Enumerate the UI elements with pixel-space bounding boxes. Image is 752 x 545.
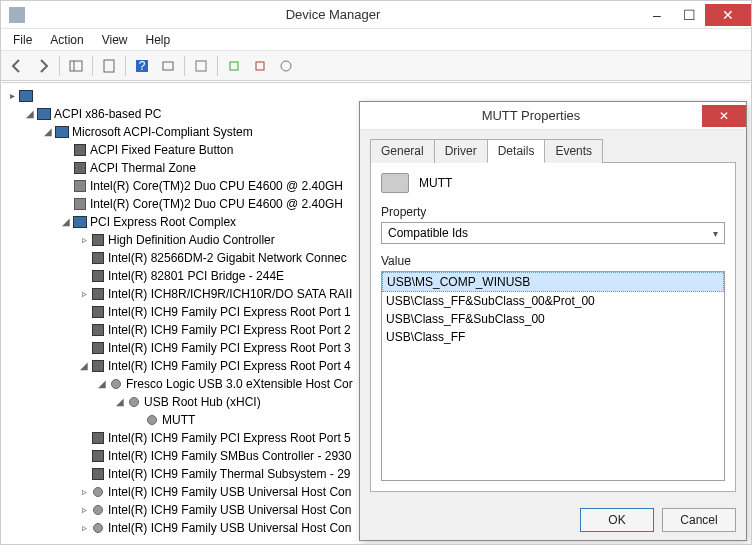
tree-node-label: Intel(R) ICH9 Family PCI Express Root Po… [108, 357, 351, 375]
expand-toggle-icon[interactable]: ◢ [60, 213, 72, 231]
svg-rect-6 [196, 61, 206, 71]
tree-node-label: Intel(R) ICH9 Family Thermal Subsystem -… [108, 465, 351, 483]
tree-node-label: Intel(R) ICH9 Family PCI Express Root Po… [108, 429, 351, 447]
titlebar: Device Manager – ☐ ✕ [1, 1, 751, 29]
svg-text:?: ? [139, 59, 146, 73]
svg-rect-7 [230, 62, 238, 70]
property-dropdown[interactable]: Compatible Ids ▾ [381, 222, 725, 244]
dialog-tabs: GeneralDriverDetailsEvents [370, 138, 736, 163]
usb-icon [90, 502, 106, 518]
list-item[interactable]: USB\Class_FF&SubClass_00 [382, 310, 724, 328]
close-button[interactable]: ✕ [705, 4, 751, 26]
list-item[interactable]: USB\Class_FF&SubClass_00&Prot_00 [382, 292, 724, 310]
menu-view[interactable]: View [94, 31, 136, 49]
svg-rect-0 [70, 61, 82, 71]
usb-icon [144, 412, 160, 428]
expand-toggle-icon[interactable]: ◢ [114, 393, 126, 411]
chip-icon [90, 286, 106, 302]
back-button[interactable] [5, 54, 29, 78]
tab-general[interactable]: General [370, 139, 435, 163]
help-button[interactable]: ? [130, 54, 154, 78]
usb-icon [126, 394, 142, 410]
dialog-title: MUTT Properties [360, 108, 702, 123]
dialog-close-button[interactable]: ✕ [702, 105, 746, 127]
expand-toggle-icon[interactable]: ▹ [78, 483, 90, 501]
expand-toggle-icon[interactable]: ◢ [42, 123, 54, 141]
expand-toggle-icon[interactable]: ◢ [96, 375, 108, 393]
tree-node-label: Fresco Logic USB 3.0 eXtensible Host Cor [126, 375, 353, 393]
list-item[interactable]: USB\MS_COMP_WINUSB [382, 272, 724, 292]
dialog-titlebar: MUTT Properties ✕ [360, 102, 746, 130]
tree-node-label: PCI Express Root Complex [90, 213, 236, 231]
app-icon [9, 7, 25, 23]
cancel-button[interactable]: Cancel [662, 508, 736, 532]
tree-node-label: Intel(R) ICH9 Family USB Universal Host … [108, 501, 351, 519]
chip-icon [72, 160, 88, 176]
tree-node-label: Intel(R) 82566DM-2 Gigabit Network Conne… [108, 249, 347, 267]
menu-help[interactable]: Help [138, 31, 179, 49]
expand-toggle-icon[interactable]: ▹ [78, 501, 90, 519]
tree-node-label: Intel(R) ICH8R/ICH9R/ICH10R/DO SATA RAII [108, 285, 352, 303]
dialog-body: GeneralDriverDetailsEvents MUTT Property… [360, 130, 746, 500]
update-driver-button[interactable] [189, 54, 213, 78]
value-listbox[interactable]: USB\MS_COMP_WINUSBUSB\Class_FF&SubClass_… [381, 271, 725, 481]
tree-node-label: Intel(R) ICH9 Family USB Universal Host … [108, 483, 351, 501]
scan-hardware-button[interactable] [274, 54, 298, 78]
tree-node-label: ACPI x86-based PC [54, 105, 161, 123]
chip-icon [90, 250, 106, 266]
tab-details-content: MUTT Property Compatible Ids ▾ Value USB… [370, 163, 736, 492]
forward-button[interactable] [31, 54, 55, 78]
expand-toggle-icon[interactable]: ▹ [78, 285, 90, 303]
ok-button[interactable]: OK [580, 508, 654, 532]
tab-details[interactable]: Details [487, 139, 546, 163]
tree-node-label: Intel(R) ICH9 Family SMBus Controller - … [108, 447, 351, 465]
tree-node-label: USB Root Hub (xHCI) [144, 393, 261, 411]
minimize-button[interactable]: – [641, 4, 673, 26]
tab-events[interactable]: Events [544, 139, 603, 163]
menu-action[interactable]: Action [42, 31, 91, 49]
device-header: MUTT [381, 173, 725, 193]
show-hide-console-button[interactable] [64, 54, 88, 78]
property-dropdown-value: Compatible Ids [388, 226, 468, 240]
value-label: Value [381, 254, 725, 268]
uninstall-button[interactable] [222, 54, 246, 78]
property-label: Property [381, 205, 725, 219]
list-item[interactable]: USB\Class_FF [382, 328, 724, 346]
comp-icon [72, 214, 88, 230]
cpu-icon [72, 196, 88, 212]
tree-node-label: High Definition Audio Controller [108, 231, 275, 249]
chip-icon [90, 448, 106, 464]
toolbar-sep [184, 56, 185, 76]
chip-icon [90, 322, 106, 338]
menubar: File Action View Help [1, 29, 751, 51]
expand-toggle-icon[interactable]: ◢ [24, 105, 36, 123]
toolbar-sep [92, 56, 93, 76]
tab-driver[interactable]: Driver [434, 139, 488, 163]
toolbar-sep [125, 56, 126, 76]
expand-toggle-icon[interactable]: ◢ [78, 357, 90, 375]
tree-node-label: Intel(R) Core(TM)2 Duo CPU E4600 @ 2.40G… [90, 177, 343, 195]
svg-rect-5 [163, 62, 173, 70]
tree-node-label: Intel(R) ICH9 Family USB Universal Host … [108, 519, 351, 537]
usb-icon [108, 376, 124, 392]
properties-button[interactable] [97, 54, 121, 78]
toolbar: ? [1, 51, 751, 81]
expand-toggle-icon[interactable]: ▸ [6, 87, 18, 105]
maximize-button[interactable]: ☐ [673, 4, 705, 26]
chip-icon [90, 466, 106, 482]
expand-toggle-icon[interactable]: ▹ [78, 519, 90, 537]
expand-toggle-icon[interactable]: ▹ [78, 231, 90, 249]
chip-icon [90, 232, 106, 248]
tree-node-label: Microsoft ACPI-Compliant System [72, 123, 253, 141]
disable-button[interactable] [248, 54, 272, 78]
comp-icon [36, 106, 52, 122]
chip-icon [90, 430, 106, 446]
scan-button[interactable] [156, 54, 180, 78]
cpu-icon [72, 178, 88, 194]
tree-node-label: Intel(R) 82801 PCI Bridge - 244E [108, 267, 284, 285]
toolbar-sep [59, 56, 60, 76]
chip-icon [90, 340, 106, 356]
menu-file[interactable]: File [5, 31, 40, 49]
tree-node-label: Intel(R) ICH9 Family PCI Express Root Po… [108, 321, 351, 339]
chevron-down-icon: ▾ [713, 228, 718, 239]
